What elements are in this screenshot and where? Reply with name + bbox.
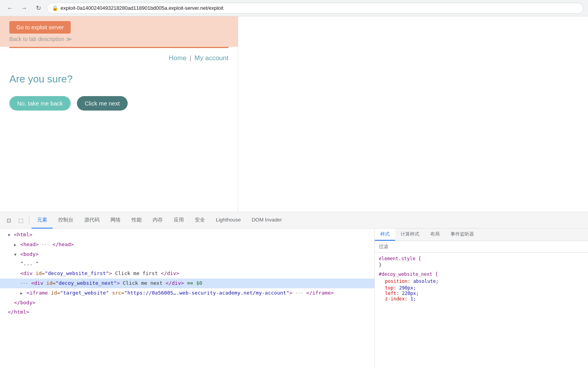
element-style-block: element.style { } xyxy=(379,256,584,268)
head-tag[interactable]: ▶ <head> ··· </head> xyxy=(0,240,374,250)
decoy-style-block: #decoy_website_next { position: absolute… xyxy=(379,272,584,302)
home-link[interactable]: Home xyxy=(169,54,186,62)
back-button[interactable]: ← xyxy=(5,3,16,14)
head-ellipsis[interactable]: ··· xyxy=(42,242,50,247)
body-close-line[interactable]: </body> xyxy=(0,298,374,308)
tab-computed[interactable]: 计算样式 xyxy=(395,229,425,241)
zindex-val: 1; xyxy=(410,296,416,302)
click-me-next-button[interactable]: Click me next xyxy=(77,96,128,111)
tab-dom-invader[interactable]: DOM Invader xyxy=(246,212,287,229)
refresh-button[interactable]: ↻ xyxy=(33,3,44,14)
left-prop: left: xyxy=(385,291,399,296)
tab-memory[interactable]: 内存 xyxy=(147,212,168,229)
confirm-section: Are you sure? No, take me back Click me … xyxy=(0,68,238,120)
head-open-tag: <head> xyxy=(20,241,39,247)
url-text: exploit-0a1400240493218280ad118901bd005a… xyxy=(61,5,223,11)
tab-sources[interactable]: 源代码 xyxy=(79,212,105,229)
styles-panel: 样式 计算样式 布局 事件监听器 过滤 element.style { } #d… xyxy=(375,229,588,368)
decoy-first-text-content: Click me first xyxy=(115,270,161,276)
styles-tabs: 样式 计算样式 布局 事件监听器 xyxy=(375,229,588,241)
exploit-banner: Go to exploit server Back to lab descrip… xyxy=(0,16,238,47)
left-val: 220px; xyxy=(402,291,419,296)
webpage-nav: Home | My account xyxy=(0,48,238,68)
devtools-toolbar: ⊡ ⬚ 元素 控制台 源代码 网络 性能 内存 应用 安全 Lighthouse… xyxy=(0,212,588,229)
text-dots-content: "... " xyxy=(20,261,39,266)
nav-separator: | xyxy=(190,54,191,62)
tab-lighthouse[interactable]: Lighthouse xyxy=(210,212,246,229)
top-prop: top: xyxy=(385,285,396,291)
styles-content: element.style { } #decoy_website_next { … xyxy=(375,253,588,309)
html-close-tag: </html> xyxy=(8,309,29,315)
styles-filter[interactable]: 过滤 xyxy=(375,241,588,253)
exploit-server-button[interactable]: Go to exploit server xyxy=(9,21,71,34)
top-rule: top: 290px; xyxy=(379,285,584,291)
decoy-first-line[interactable]: <div id="decoy_website_first"> Click me … xyxy=(0,269,374,279)
body-tag[interactable]: ▼ <body> xyxy=(0,250,374,259)
expand-icon: ▼ xyxy=(8,233,10,237)
no-take-me-back-button[interactable]: No, take me back xyxy=(9,96,71,111)
address-bar[interactable]: 🔒 exploit-0a1400240493218280ad118901bd00… xyxy=(47,3,583,14)
head-close-tag: </head> xyxy=(52,241,74,247)
html-open-tag: <html> xyxy=(14,232,32,238)
inspect-element-icon[interactable]: ⊡ xyxy=(3,214,15,226)
decoy-next-line[interactable]: ··· <div id="decoy_website_next"> Click … xyxy=(0,279,374,288)
decoy-next-open: <div id="decoy_website_next"> xyxy=(31,280,120,286)
lock-icon: 🔒 xyxy=(52,5,58,11)
device-toolbar-icon[interactable]: ⬚ xyxy=(15,214,27,226)
tab-performance[interactable]: 性能 xyxy=(126,212,147,229)
iframe-ellipsis[interactable]: ··· xyxy=(296,291,303,296)
zindex-prop: z-index: xyxy=(385,296,408,302)
tab-layout[interactable]: 布局 xyxy=(425,229,445,241)
back-to-lab-link[interactable]: Back to lab description xyxy=(9,36,228,42)
body-close-tag: </body> xyxy=(14,300,36,305)
element-style-text: element.style { xyxy=(379,256,421,261)
tab-application[interactable]: 应用 xyxy=(168,212,189,229)
top-val: 290px; xyxy=(399,285,416,291)
expand-icon: ▶ xyxy=(20,291,23,295)
decoy-first-close: </div> xyxy=(161,270,179,276)
expand-icon: ▶ xyxy=(14,243,16,247)
tab-event-listeners[interactable]: 事件监听器 xyxy=(445,229,479,241)
toolbar-divider xyxy=(29,216,29,225)
html-close-line[interactable]: </html> xyxy=(0,307,374,317)
element-style-close: } xyxy=(379,262,584,268)
tab-security[interactable]: 安全 xyxy=(189,212,210,229)
decoy-first-open: <div id="decoy_website_first"> xyxy=(20,270,112,276)
text-dots[interactable]: "... " xyxy=(0,259,374,269)
dollar-zero: $0 xyxy=(196,280,202,286)
html-tag[interactable]: ▼ <html> xyxy=(0,230,374,240)
iframe-open: <iframe id="target_website" src="https:/… xyxy=(27,290,292,296)
forward-button[interactable]: → xyxy=(19,3,30,14)
equals-sign: == xyxy=(187,280,196,286)
tab-console[interactable]: 控制台 xyxy=(53,212,79,229)
button-group: No, take me back Click me next xyxy=(9,96,228,111)
three-dots-icon[interactable]: ··· xyxy=(20,281,28,286)
dom-panel: ▼ <html> ▶ <head> ··· </head> ▼ <body> "… xyxy=(0,229,375,368)
devtools-body: ▼ <html> ▶ <head> ··· </head> ▼ <body> "… xyxy=(0,229,588,368)
position-val: absolute; xyxy=(413,279,438,284)
decoy-next-close: </div> xyxy=(166,280,184,286)
zindex-rule: z-index: 1; xyxy=(379,296,584,302)
iframe-line[interactable]: ▶ <iframe id="target_website" src="https… xyxy=(0,288,374,298)
body-open-tag: <body> xyxy=(20,251,39,257)
browser-chrome: ← → ↻ 🔒 exploit-0a1400240493218280ad1189… xyxy=(0,0,588,16)
left-rule: left: 220px; xyxy=(379,291,584,296)
position-prop: position: xyxy=(385,279,410,284)
devtools: ⊡ ⬚ 元素 控制台 源代码 网络 性能 内存 应用 安全 Lighthouse… xyxy=(0,212,588,368)
element-style-selector: element.style { xyxy=(379,256,584,261)
expand-icon: ▼ xyxy=(14,252,16,257)
confirm-title: Are you sure? xyxy=(9,73,228,85)
iframe-src-link[interactable]: https://0a56005….web-security-academy.ne… xyxy=(127,290,286,296)
position-rule: position: absolute; xyxy=(379,278,584,285)
decoy-selector: #decoy_website_next { xyxy=(379,272,584,277)
tab-styles[interactable]: 样式 xyxy=(375,229,395,241)
decoy-next-text-content: Click me next xyxy=(123,280,166,286)
iframe-close: </iframe> xyxy=(306,290,333,296)
tab-network[interactable]: 网络 xyxy=(105,212,126,229)
my-account-link[interactable]: My account xyxy=(194,54,228,62)
tab-elements[interactable]: 元素 xyxy=(32,212,53,229)
